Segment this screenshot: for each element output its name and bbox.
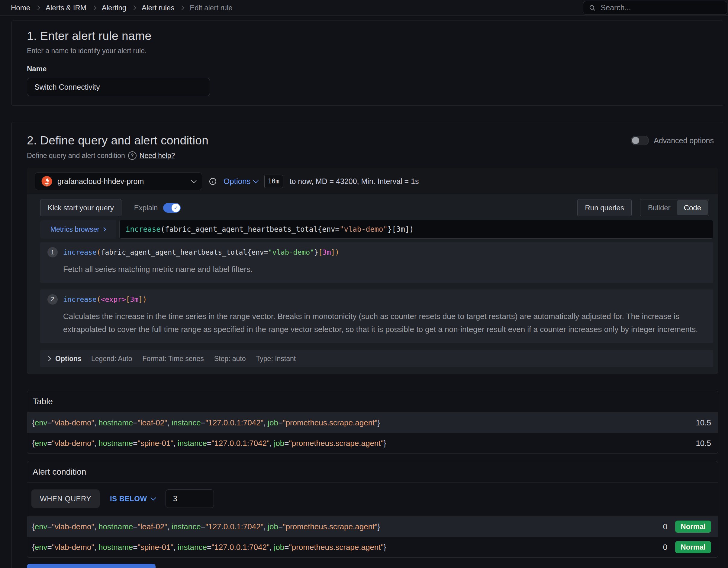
need-help-link[interactable]: Need help? [140,152,175,160]
query-options-row[interactable]: Options Legend: Auto Format: Time series… [40,350,713,367]
chevron-right-icon [102,227,106,231]
legend-option: Legend: Auto [91,355,132,363]
run-queries-button[interactable]: Run queries [577,199,631,216]
promql-query-input[interactable]: increase(fabric_agent_agent_heartbeats_t… [119,220,713,239]
step-expression: increase(fabric_agent_agent_heartbeats_t… [63,248,339,256]
series-labels: {env="vlab-demo", hostname="leaf-02", in… [32,418,380,428]
alert-condition-title: Alert condition [27,461,718,483]
section-enter-alert-rule-name: 1. Enter alert rule name Enter a name to… [11,21,723,106]
explain-step-1: 1 increase(fabric_agent_agent_heartbeats… [40,242,713,283]
name-label: Name [27,65,708,73]
top-nav: Home Alerts & IRM Alerting Alert rules E… [0,0,728,16]
breadcrumb-edit-alert-rule: Edit alert rule [190,4,232,12]
breadcrumb-home[interactable]: Home [11,4,30,12]
alert-instance-row: {env="vlab-demo", hostname="leaf-02", in… [27,516,718,537]
info-icon [209,177,217,186]
series-labels: {env="vlab-demo", hostname="spine-01", i… [32,439,386,448]
section2-subtitle: Define query and alert condition [27,152,125,160]
chevron-down-icon [253,178,258,183]
section2-title: 2. Define query and alert condition [27,134,208,147]
format-option: Format: Time series [142,355,204,363]
advanced-options-label: Advanced options [654,136,714,145]
type-option: Type: Instant [256,355,296,363]
step-number: 1 [47,247,58,257]
prometheus-icon [41,176,53,187]
alert-instance-row: {env="vlab-demo", hostname="spine-01", i… [27,537,718,557]
code-tab[interactable]: Code [677,200,708,215]
search-icon [589,4,596,12]
section1-subtitle: Enter a name to identify your alert rule… [27,47,708,55]
step-option: Step: auto [214,355,246,363]
section-define-query-alert-condition: 2. Define query and alert condition Defi… [11,122,723,568]
table-row: {env="vlab-demo", hostname="spine-01", i… [27,433,718,453]
datasource-picker[interactable]: grafanacloud-hhdev-prom [35,173,202,190]
breadcrumb-alert-rules[interactable]: Alert rules [142,4,174,12]
threshold-input[interactable] [166,489,214,508]
table-panel-title: Table [27,391,718,412]
interval-badge[interactable]: 10m [264,175,283,188]
series-labels: {env="vlab-demo", hostname="leaf-02", in… [32,522,380,531]
builder-tab[interactable]: Builder [641,200,677,215]
alert-condition-panel: Alert condition WHEN QUERY IS BELOW {env… [27,461,718,558]
step-description: Fetch all series matching metric name an… [63,263,704,276]
chevron-right-icon [36,5,40,10]
search-box[interactable] [583,1,727,15]
check-icon [172,204,180,212]
when-query-chip: WHEN QUERY [31,489,100,508]
series-value: 10.5 [696,418,711,428]
builder-code-switch: Builder Code [640,199,709,216]
state-badge: Normal [675,541,711,553]
step-description: Calculates the increase in the time seri… [63,310,704,336]
operator-select[interactable]: IS BELOW [110,495,155,503]
chevron-right-icon [46,356,51,361]
query-editor: grafanacloud-hhdev-prom Options 10m to n… [27,168,718,374]
kick-start-query-button[interactable]: Kick start your query [40,199,121,216]
series-value: 0 [663,543,667,552]
series-value: 0 [663,522,667,531]
step-number: 2 [47,294,58,305]
explain-toggle[interactable] [163,203,181,213]
options-label: Options [55,355,82,363]
explain-label: Explain [134,204,158,212]
alert-rule-name-input[interactable] [27,78,210,96]
table-panel: Table {env="vlab-demo", hostname="leaf-0… [27,391,718,454]
chevron-right-icon [92,5,96,10]
query-options-expander[interactable]: Options [224,177,258,186]
breadcrumb: Home Alerts & IRM Alerting Alert rules E… [11,4,233,12]
step-expression: increase(<expr>[3m]) [63,295,147,303]
series-value: 10.5 [696,439,711,448]
chevron-down-icon [150,495,156,500]
help-icon: ? [128,151,137,160]
explain-step-2: 2 increase(<expr>[3m]) Calculates the in… [40,289,713,343]
table-row: {env="vlab-demo", hostname="leaf-02", in… [27,412,718,433]
advanced-options-toggle[interactable] [631,136,649,145]
chevron-right-icon [180,5,185,10]
datasource-name: grafanacloud-hhdev-prom [57,177,187,186]
search-input[interactable] [600,3,722,12]
state-badge: Normal [675,521,711,533]
breadcrumb-alerts-irm[interactable]: Alerts & IRM [46,4,86,12]
chevron-down-icon [191,178,196,183]
preview-alert-rule-condition-button[interactable]: Preview alert rule condition [27,564,156,568]
series-labels: {env="vlab-demo", hostname="spine-01", i… [32,543,386,552]
chevron-right-icon [132,5,137,10]
section1-title: 1. Enter alert rule name [27,29,708,43]
metrics-browser-button[interactable]: Metrics browser [40,220,116,239]
breadcrumb-alerting[interactable]: Alerting [102,4,126,12]
range-info-text: to now, MD = 43200, Min. Interval = 1s [290,177,419,186]
